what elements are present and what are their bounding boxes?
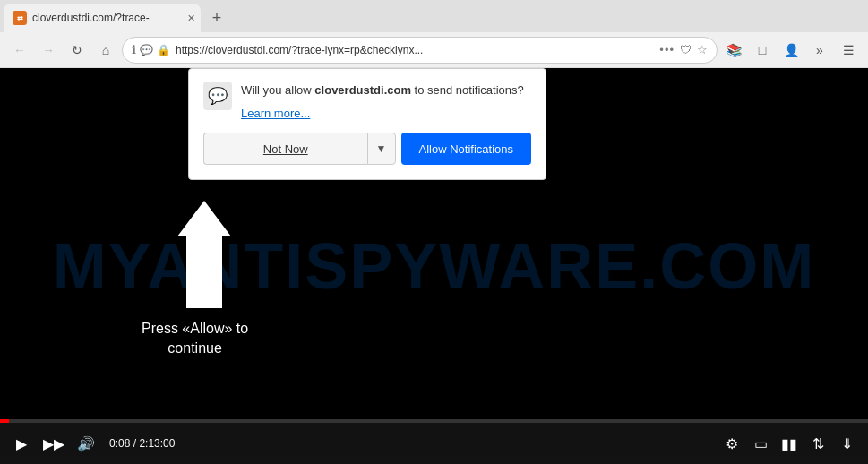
right-controls: ⚙ ▭ ▮▮ ⇅ ⇓ [719, 431, 859, 456]
menu-button[interactable]: ☰ [836, 38, 861, 63]
popup-message: Will you allow cloverdustdi.com to send … [241, 82, 524, 122]
fullscreen-button[interactable]: ⇅ [805, 431, 830, 456]
popup-buttons: Not Now ▼ Allow Notifications [203, 133, 531, 165]
chevron-down-icon: ▼ [376, 142, 387, 155]
back-button[interactable]: ← [7, 38, 32, 63]
volume-button[interactable]: 🔊 [73, 431, 99, 456]
extensions-button[interactable]: » [807, 38, 832, 63]
not-now-button[interactable]: Not Now [203, 133, 367, 165]
address-security-icons: ℹ 💬 🔒 [132, 43, 170, 56]
arrow-indicator [177, 201, 231, 308]
active-tab[interactable]: ⇄ cloverdustdi.com/?trace- ✕ [4, 4, 201, 32]
skip-icon: ▶▶ [43, 435, 64, 452]
settings-icon: ⚙ [726, 435, 738, 452]
address-bar[interactable]: ℹ 💬 🔒 https://cloverdustdi.com/?trace-ly… [122, 37, 718, 64]
popup-msg-suffix: to send notifications? [411, 83, 524, 97]
settings-button[interactable]: ⚙ [719, 431, 744, 456]
miniplayer-button[interactable]: ▭ [748, 431, 773, 456]
library-button[interactable]: 📚 [721, 38, 746, 63]
current-time: 0:08 [109, 437, 130, 450]
home-button[interactable]: ⌂ [93, 38, 118, 63]
chat-icon: 💬 [208, 86, 228, 106]
content-area: MYANTISPYWARE.COM Press «Allow» to conti… [0, 68, 868, 464]
notification-popup: 💬 Will you allow cloverdustdi.com to sen… [188, 68, 546, 180]
shield-icon: 🛡 [680, 43, 692, 56]
volume-icon: 🔊 [77, 435, 95, 452]
skip-forward-button[interactable]: ▶▶ [41, 431, 66, 456]
tab-title: cloverdustdi.com/?trace- [32, 12, 150, 24]
theater-button[interactable]: ▮▮ [777, 431, 802, 456]
refresh-button[interactable]: ↻ [64, 38, 90, 63]
url-text: https://cloverdustdi.com/?trace-lynx=rp&… [176, 44, 654, 56]
refresh-icon: ↻ [72, 43, 82, 57]
tab-view-button[interactable]: □ [750, 38, 775, 63]
play-icon: ▶ [16, 435, 27, 452]
tab-view-icon: □ [759, 43, 766, 57]
press-allow-line2: continue [168, 340, 222, 356]
watermark-text: MYANTISPYWARE.COM [53, 229, 815, 303]
popup-header: 💬 Will you allow cloverdustdi.com to sen… [203, 82, 531, 122]
theater-icon: ▮▮ [781, 435, 797, 452]
forward-icon: → [42, 43, 55, 57]
speech-bubble-icon: 💬 [140, 44, 153, 56]
fullscreen-icon: ⇅ [812, 435, 824, 452]
lock-icon: 🔒 [157, 44, 170, 56]
total-time: 2:13:00 [139, 437, 175, 450]
new-tab-button[interactable]: + [204, 5, 229, 30]
download-button[interactable]: ⇓ [834, 431, 859, 456]
forward-button[interactable]: → [36, 38, 61, 63]
popup-msg-prefix: Will you allow [241, 83, 314, 97]
popup-chat-icon: 💬 [203, 82, 232, 110]
back-icon: ← [13, 43, 26, 57]
arrow-body [186, 236, 222, 308]
library-icon: 📚 [726, 43, 742, 57]
popup-site-name: cloverdustdi.com [314, 83, 411, 97]
press-allow-line1: Press «Allow» to [142, 321, 248, 336]
bookmark-icon[interactable]: ☆ [697, 43, 708, 56]
arrow-head [177, 201, 231, 236]
hamburger-icon: ☰ [843, 43, 855, 57]
more-options-icon[interactable]: ••• [659, 43, 675, 56]
time-display: 0:08 / 2:13:00 [109, 437, 175, 450]
tab-favicon: ⇄ [13, 11, 27, 25]
tab-bar: ⇄ cloverdustdi.com/?trace- ✕ + [0, 0, 868, 32]
extensions-icon: » [816, 43, 823, 57]
home-icon: ⌂ [102, 43, 109, 57]
nav-right-buttons: 📚 □ 👤 » ☰ [721, 38, 861, 63]
download-icon: ⇓ [841, 435, 853, 452]
profile-icon: 👤 [784, 43, 799, 57]
allow-notifications-button[interactable]: Allow Notifications [401, 133, 532, 165]
address-right-controls: ••• 🛡 ☆ [659, 43, 708, 56]
tab-close-btn[interactable]: ✕ [187, 13, 195, 24]
not-now-dropdown-button[interactable]: ▼ [367, 133, 396, 165]
nav-bar: ← → ↻ ⌂ ℹ 💬 🔒 https://cloverdustdi.com/?… [0, 32, 868, 68]
browser-window: ⇄ cloverdustdi.com/?trace- ✕ + ← → ↻ ⌂ ℹ… [0, 0, 868, 464]
profile-button[interactable]: 👤 [778, 38, 804, 63]
play-button[interactable]: ▶ [9, 431, 34, 456]
info-icon: ℹ [132, 43, 136, 56]
learn-more-link[interactable]: Learn more... [241, 105, 524, 123]
press-allow-text: Press «Allow» to continue [142, 319, 248, 359]
miniplayer-icon: ▭ [754, 435, 768, 452]
video-controls: ▶ ▶▶ 🔊 0:08 / 2:13:00 ⚙ ▭ [0, 423, 868, 464]
